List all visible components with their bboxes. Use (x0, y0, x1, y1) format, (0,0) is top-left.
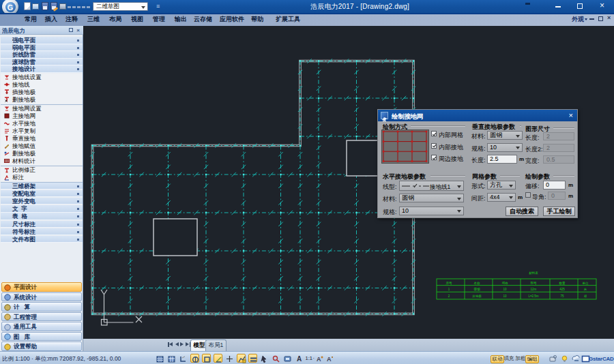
svg-text:A: A (297, 355, 302, 363)
svg-text:型号: 型号 (530, 281, 538, 285)
svg-text:根: 根 (584, 294, 587, 298)
svg-text:规格: 规格 (502, 281, 509, 285)
svg-text:2: 2 (448, 294, 450, 298)
svg-text:1: 1 (448, 288, 450, 291)
svg-text:序号: 序号 (446, 282, 453, 285)
svg-text:A: A (327, 356, 332, 363)
svg-text:A: A (317, 356, 321, 363)
svg-text:单位: 单位 (583, 282, 589, 285)
svg-text:名称: 名称 (474, 282, 481, 285)
svg-text:75: 75 (560, 294, 564, 298)
svg-text:L=2.5m: L=2.5m (528, 294, 538, 298)
svg-text:接地极: 接地极 (471, 294, 482, 298)
svg-text:425: 425 (559, 288, 565, 291)
svg-text:数量: 数量 (559, 282, 566, 285)
svg-text:圆钢: 圆钢 (474, 287, 481, 291)
svg-text:10: 10 (503, 288, 507, 291)
svg-text:米: 米 (584, 288, 587, 291)
svg-text:材料表: 材料表 (528, 271, 538, 275)
svg-text:10: 10 (503, 294, 507, 298)
svg-text:12m: 12m (531, 288, 537, 291)
